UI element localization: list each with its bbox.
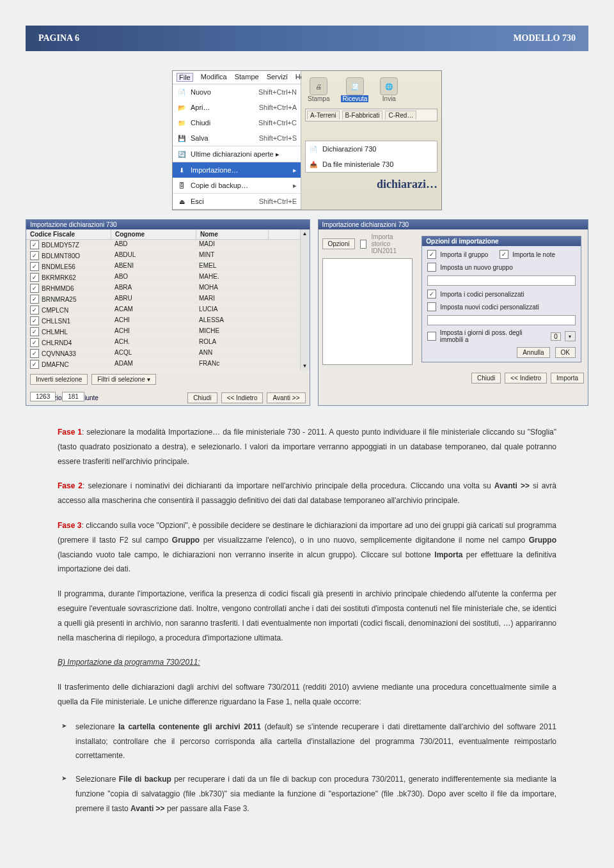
menu-item-salva[interactable]: 💾 Salva Shift+Ctrl+S [173, 130, 301, 146]
save-icon: 💾 [177, 133, 187, 143]
chk-note[interactable]: ✓ [500, 250, 508, 259]
table-row[interactable]: ✓BKRMRK62ABOMAHE. [26, 272, 300, 283]
btn-importa[interactable]: Importa [551, 373, 584, 384]
input-nuovi-codici[interactable] [427, 315, 576, 325]
count-congiunte: 181 [62, 392, 84, 401]
menu-item-chiudi[interactable]: 📁 Chiudi Shift+Ctrl+C [173, 115, 301, 130]
menu-item-esci[interactable]: ⏏ Esci Shift+Ctrl+E [173, 193, 301, 209]
ghost-text: dichiarazi… [305, 178, 437, 191]
chk-nuovi-codici[interactable] [427, 302, 436, 311]
submenu-file-ministeriale[interactable]: 📥 Da file ministeriale 730 [306, 157, 437, 172]
menu-item-backup[interactable]: 🗄 Copie di backup… ▸ [173, 178, 301, 193]
table-row[interactable]: ✓BDLMNT80OABDULMINT [26, 251, 300, 261]
backup-icon: 🗄 [177, 180, 187, 190]
table-row[interactable]: ✓CQVNNA33ACQLANN [26, 348, 300, 359]
options-group: Opzioni di importazione ✓Importa il grup… [421, 236, 581, 362]
menu-item-nuovo[interactable]: 📄 Nuovo Shift+Ctrl+N [173, 84, 301, 100]
table-row[interactable]: ✓BRNMRA25ABRUMARI [26, 294, 300, 305]
tab-fabbricati[interactable]: B-Fabbricati [342, 111, 383, 120]
btn-indietro-2[interactable]: << Indietro [505, 373, 547, 384]
input-giorni[interactable]: 0 [551, 332, 561, 341]
chk-nuovo-gruppo[interactable] [427, 263, 436, 272]
table-row[interactable]: ✓CHLLSN1ACHIALESSA [26, 316, 300, 327]
lbl-storico: Importa storico IDN2011 [372, 233, 413, 254]
toolbar: 🖨Stampa 🧾Ricevuta 🌐Invia [305, 74, 437, 109]
menu-item-importazione[interactable]: ⬇ Importazione… ▸ [173, 162, 301, 178]
menubar: File Modifica Stampe Servizi Help [173, 71, 301, 84]
input-nuovo-gruppo[interactable] [427, 275, 576, 286]
folder-tabs: A-Terreni B-Fabbricati C-Red… [305, 109, 437, 121]
table-row[interactable]: ✓DMAFNCADAMFRANc [26, 359, 300, 370]
chk-gruppo[interactable]: ✓ [427, 250, 436, 259]
chk-giorni[interactable] [427, 332, 436, 341]
print-icon: 🖨 [310, 77, 327, 95]
empty-input-1[interactable] [322, 258, 413, 365]
app-window-screenshot1: File Modifica Stampe Servizi Help 📄 Nuov… [172, 70, 442, 210]
btn-chiudi-2[interactable]: Chiudi [471, 373, 501, 384]
toolbar-ricevuta[interactable]: 🧾Ricevuta [341, 77, 368, 102]
row-checkbox[interactable]: ✓ [30, 284, 39, 293]
row-checkbox[interactable]: ✓ [30, 251, 39, 260]
row-checkbox[interactable]: ✓ [30, 349, 39, 358]
scrollbar[interactable]: ▲ ▼ [300, 229, 310, 370]
table-row[interactable]: ✓BNDMLE56ABENIEMEL [26, 261, 300, 272]
panel-options: Importazione dichiarazioni 730 Opzioni I… [318, 219, 588, 406]
submenu-dich-730[interactable]: 📄 Dichiarazioni 730 [306, 141, 437, 157]
new-icon: 📄 [177, 87, 187, 97]
dropdown-giorni[interactable]: ▾ [565, 331, 576, 341]
toolbar-invia[interactable]: 🌐Invia [380, 77, 398, 102]
count-dichiarazioni: 1263 [30, 392, 56, 401]
panel-title-2: Importazione dichiarazioni 730 [319, 220, 588, 229]
fase-3-label: Fase 3 [58, 521, 81, 530]
table-row[interactable]: ✓BRHMMD6ABRAMOHA [26, 283, 300, 294]
row-checkbox[interactable]: ✓ [30, 327, 39, 336]
list-item: selezionare la cartella contenente gli a… [58, 720, 556, 763]
row-checkbox[interactable]: ✓ [30, 273, 39, 282]
tab-terreni[interactable]: A-Terreni [307, 111, 340, 120]
send-icon: 🌐 [380, 77, 398, 95]
file-menu: 📄 Nuovo Shift+Ctrl+N 📂 Apri… Shift+Ctrl+… [173, 84, 301, 210]
row-checkbox[interactable]: ✓ [30, 295, 39, 304]
table-row[interactable]: ✓CMPLCNACAMLUCIA [26, 305, 300, 316]
btn-filter-selection[interactable]: Filtri di selezione ▾ [91, 374, 155, 385]
table-row[interactable]: ✓CHLMHLACHIMICHE [26, 327, 300, 337]
row-checkbox[interactable]: ✓ [30, 316, 39, 325]
table-row[interactable]: ✓CHLRND4ACH.ROLA [26, 337, 300, 348]
tab-redditi[interactable]: C-Red… [385, 111, 416, 120]
import-icon: ⬇ [177, 165, 187, 175]
import-submenu: 📄 Dichiarazioni 730 📥 Da file ministeria… [305, 141, 437, 173]
menu-modifica[interactable]: Modifica [201, 73, 227, 82]
toolbar-stampa[interactable]: 🖨Stampa [308, 77, 329, 102]
fase-2-label: Fase 2 [58, 481, 83, 490]
page-header: PAGINA 6 MODELLO 730 [26, 26, 588, 51]
row-checkbox[interactable]: ✓ [30, 240, 39, 249]
btn-ok[interactable]: OK [555, 347, 576, 358]
doc-title: MODELLO 730 [513, 33, 576, 43]
heading-b: B) Importazione da programma 730/2011: [58, 658, 200, 667]
receipt-icon: 🧾 [346, 77, 364, 95]
fase-1-label: Fase 1 [58, 428, 82, 437]
scroll-up-icon[interactable]: ▲ [303, 231, 308, 236]
table-row[interactable]: ✓BDLMDY57ZABDMADI [26, 240, 300, 251]
chk-storico[interactable] [360, 240, 366, 249]
row-checkbox[interactable]: ✓ [30, 360, 39, 369]
panel-title: Importazione dichiarazioni 730 [26, 220, 310, 229]
page-number: PAGINA 6 [38, 33, 79, 43]
options-group-title: Opzioni di importazione [422, 236, 581, 246]
row-checkbox[interactable]: ✓ [30, 306, 39, 314]
menu-item-apri[interactable]: 📂 Apri… Shift+Ctrl+A [173, 100, 301, 115]
btn-invert-selection[interactable]: Inverti selezione [30, 374, 88, 385]
menu-stampe[interactable]: Stampe [235, 73, 259, 82]
menu-servizi[interactable]: Servizi [267, 73, 288, 82]
btn-opzioni[interactable]: Opzioni [322, 238, 356, 249]
chk-codici-pers[interactable]: ✓ [427, 290, 436, 298]
scroll-down-icon[interactable]: ▼ [303, 363, 308, 369]
row-checkbox[interactable]: ✓ [30, 262, 39, 271]
recent-icon: 🔄 [177, 149, 187, 159]
panel-declarations: Importazione dichiarazioni 730 Codice Fi… [26, 219, 310, 406]
menu-file[interactable]: File [177, 73, 193, 82]
btn-annulla[interactable]: Annulla [517, 347, 549, 358]
file-icon: 📥 [308, 159, 319, 169]
menu-item-ultime[interactable]: 🔄 Ultime dichiarazioni aperte ▸ [173, 146, 301, 162]
row-checkbox[interactable]: ✓ [30, 338, 39, 347]
